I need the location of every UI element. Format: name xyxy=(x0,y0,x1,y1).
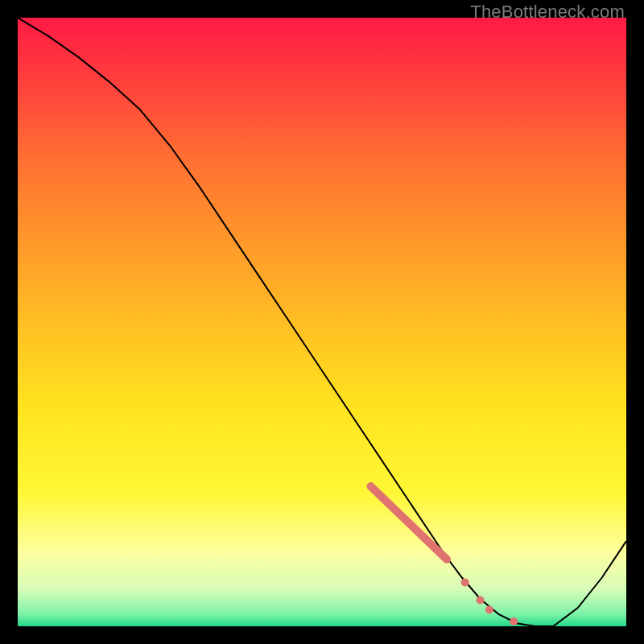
chart-frame xyxy=(18,18,626,626)
gradient-background xyxy=(18,18,626,626)
highlight-dot xyxy=(485,606,493,614)
highlight-dot xyxy=(477,596,485,604)
highlight-dot xyxy=(510,617,518,625)
chart-svg xyxy=(18,18,626,626)
highlight-dot xyxy=(461,579,469,587)
